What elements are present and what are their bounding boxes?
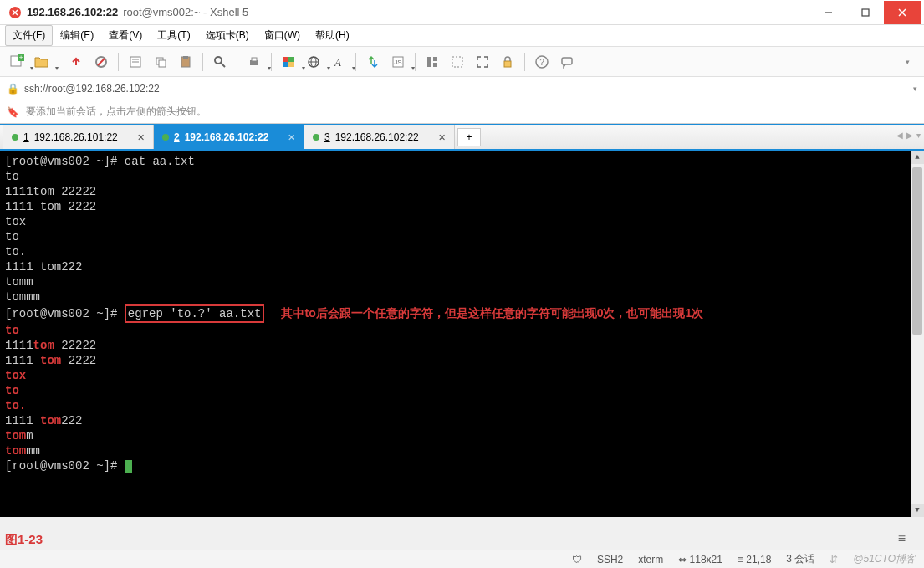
svg-rect-22 (288, 57, 294, 62)
scroll-down-icon[interactable]: ▼ (911, 504, 924, 517)
menu-tools[interactable]: 工具(T) (150, 25, 197, 46)
reconnect-button[interactable] (64, 50, 88, 74)
status-size: ⇔ 118x21 (678, 554, 722, 565)
svg-rect-32 (433, 57, 437, 61)
svg-rect-34 (452, 57, 462, 67)
toolbar-overflow-button[interactable]: ▾ (896, 50, 919, 74)
terminal-line: 1111tom 22222 (5, 338, 919, 353)
menu-edit[interactable]: 编辑(E) (53, 25, 101, 46)
lock-button[interactable] (496, 50, 519, 74)
terminal-line: to. (5, 398, 919, 413)
terminal-line: 1111 tom 2222 (5, 199, 919, 214)
tab-close-icon[interactable]: ✕ (438, 132, 446, 143)
add-tab-button[interactable]: + (457, 128, 481, 146)
annotation-text: 其中to后会跟一个任意的字符，但是这样任意的字符可能出现0次，也可能出现1次 (281, 306, 703, 320)
menu-file[interactable]: 文件(F) (5, 25, 53, 46)
app-icon (8, 6, 22, 19)
open-button[interactable]: ▾ (30, 50, 54, 74)
status-protocol: SSH2 (597, 554, 623, 565)
terminal-line: to (5, 383, 919, 398)
fullscreen-button[interactable] (471, 50, 494, 74)
svg-text:?: ? (539, 58, 544, 67)
terminal-line: [root@vms002 ~]# cat aa.txt (5, 154, 919, 169)
terminal-line: tomm (5, 428, 919, 443)
menubar: 文件(F) 编辑(E) 查看(V) 工具(T) 选项卡(B) 窗口(W) 帮助(… (0, 25, 924, 47)
tab-label: 192.168.26.102:22 (335, 131, 419, 143)
encoding-button[interactable]: ▾ (302, 50, 325, 74)
tab-next-icon[interactable]: ▶ (906, 130, 913, 140)
find-button[interactable] (208, 50, 232, 74)
minimize-button[interactable] (810, 1, 847, 24)
session-tab-2[interactable]: 2 192.168.26.102:22 ✕ (154, 125, 304, 149)
toggle-simple-button[interactable] (446, 50, 469, 74)
lock-icon: 🔒 (7, 83, 19, 95)
terminal-line: tox (5, 368, 919, 383)
svg-line-9 (98, 59, 105, 65)
tab-list-icon[interactable]: ▾ (916, 130, 921, 140)
color-scheme-button[interactable]: ▾ (277, 50, 300, 74)
layout-button[interactable] (421, 50, 444, 74)
addressbar[interactable]: 🔒 ssh://root@192.168.26.102:22 ▾ (0, 77, 924, 100)
session-tab-3[interactable]: 3 192.168.26.102:22 ✕ (304, 125, 455, 149)
properties-button[interactable] (124, 50, 147, 74)
terminal-line: 1111tom 22222 (5, 184, 919, 199)
titlebar: 192.168.26.102:22 root@vms002:~ - Xshell… (0, 0, 924, 25)
transfer-button[interactable] (361, 50, 385, 74)
menu-window[interactable]: 窗口(W) (257, 25, 308, 46)
copy-button[interactable] (149, 50, 172, 74)
status-pos: ≡ 21,18 (738, 554, 771, 565)
status-dot-icon (162, 134, 169, 141)
status-shield-icon: 🛡 (572, 554, 582, 565)
svg-text:JS: JS (394, 59, 401, 66)
figure-label: 图1-23 (5, 532, 43, 548)
script-button[interactable]: JS▾ (386, 50, 410, 74)
hintbar: 🔖 要添加当前会话，点击左侧的箭头按钮。 (0, 100, 924, 124)
tab-label: 192.168.26.102:22 (185, 131, 269, 143)
paste-button[interactable] (174, 50, 197, 74)
terminal-line: to (5, 169, 919, 184)
disconnect-button[interactable] (89, 50, 113, 74)
scrollbar[interactable]: ▲ ▼ (911, 151, 924, 517)
terminal-line: [root@vms002 ~]# egrep 'to.?' aa.txt其中to… (5, 304, 919, 323)
menu-help[interactable]: 帮助(H) (308, 25, 357, 46)
bookmark-icon[interactable]: 🔖 (7, 106, 19, 118)
scrollbar-thumb[interactable] (912, 167, 922, 335)
tab-close-icon[interactable]: ✕ (137, 132, 145, 143)
title-host: 192.168.26.102:22 (27, 6, 118, 18)
svg-rect-38 (562, 58, 572, 64)
svg-rect-24 (288, 62, 294, 67)
svg-rect-33 (433, 63, 437, 67)
new-session-button[interactable]: +▾ (5, 50, 28, 74)
hamburger-icon[interactable]: ≡ (898, 531, 906, 546)
tab-prev-icon[interactable]: ◀ (896, 130, 903, 140)
svg-text:A: A (334, 56, 341, 69)
terminal-line: tommm (5, 443, 919, 458)
print-button[interactable]: ▾ (242, 50, 266, 74)
session-tab-1[interactable]: 1 192.168.26.101:22 ✕ (3, 125, 154, 149)
terminal[interactable]: [root@vms002 ~]# cat aa.txt to1111tom 22… (0, 149, 924, 517)
svg-rect-2 (862, 9, 869, 16)
font-button[interactable]: A▾ (327, 50, 350, 74)
terminal-line: 1111 tom222 (5, 259, 919, 274)
address-dropdown-icon[interactable]: ▾ (913, 84, 917, 93)
tab-number: 3 (324, 131, 330, 143)
address-url: ssh://root@192.168.26.102:22 (24, 83, 160, 95)
help-button[interactable]: ? (530, 50, 554, 74)
menu-view[interactable]: 查看(V) (101, 25, 150, 46)
svg-rect-20 (252, 58, 257, 61)
svg-rect-16 (183, 56, 188, 59)
terminal-line: to. (5, 244, 919, 259)
terminal-line: tomm (5, 274, 919, 289)
tab-label: 192.168.26.101:22 (34, 131, 118, 143)
status-dot-icon (12, 134, 18, 141)
tab-close-icon[interactable]: ✕ (288, 132, 295, 143)
tab-number: 1 (23, 131, 29, 143)
toolbar: +▾ ▾ ▾ ▾ ▾ A▾ JS▾ ? ▾ (0, 47, 924, 77)
terminal-line: to (5, 229, 919, 244)
close-button[interactable] (884, 1, 921, 24)
maximize-button[interactable] (847, 1, 884, 24)
forum-button[interactable] (555, 50, 579, 74)
menu-tabs[interactable]: 选项卡(B) (198, 25, 257, 46)
terminal-line: 1111 tom 2222 (5, 353, 919, 368)
scroll-up-icon[interactable]: ▲ (911, 151, 924, 164)
